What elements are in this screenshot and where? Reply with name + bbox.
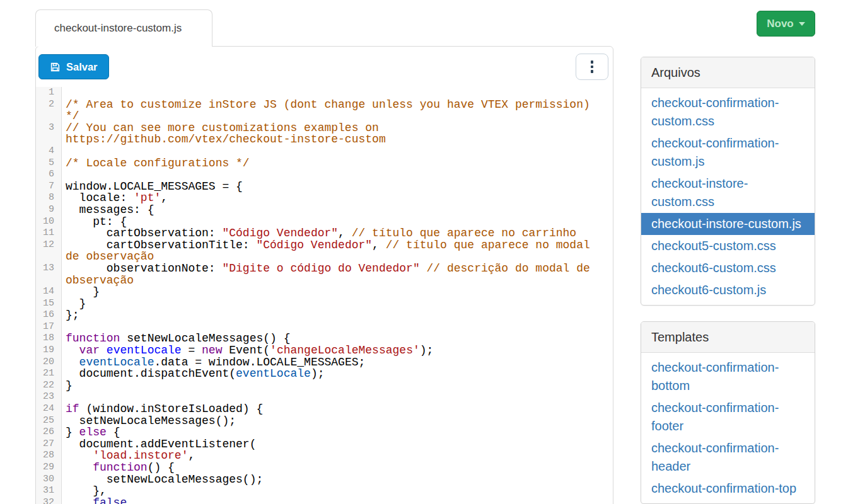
code-token: , — [338, 227, 352, 239]
code-text[interactable] — [62, 146, 599, 158]
code-text[interactable]: setNewLocaleMessages(); — [62, 415, 599, 427]
template-link[interactable]: checkout-confirmation-footer — [651, 399, 804, 435]
templates-panel-title: Templates — [641, 322, 815, 353]
code-text[interactable]: eventLocale.data = window.LOCALE_MESSAGE… — [62, 357, 599, 369]
file-link[interactable]: checkout5-custom.css — [651, 237, 804, 255]
templates-list: checkout-confirmation-bottomcheckout-con… — [641, 353, 815, 503]
code-text[interactable]: window.LOCALE_MESSAGES = { — [62, 181, 599, 193]
code-text[interactable] — [62, 391, 599, 403]
line-number: 14 — [36, 286, 62, 298]
code-token: } — [66, 426, 79, 438]
code-line: 14 } — [36, 286, 613, 298]
code-text[interactable]: observationNote: "Digite o código do Ven… — [62, 263, 599, 286]
code-text[interactable]: } — [62, 298, 599, 310]
code-text[interactable]: false — [62, 497, 599, 504]
save-button[interactable]: Salvar — [38, 54, 109, 79]
code-line: 26} else { — [36, 427, 613, 438]
line-number: 12 — [36, 239, 62, 263]
code-token: if — [66, 403, 79, 415]
line-number: 26 — [36, 427, 62, 438]
file-link[interactable]: checkout-instore-custom.css — [651, 175, 804, 211]
code-token: "Código Vendedor" — [222, 227, 338, 239]
code-line: 21 document.dispatchEvent(eventLocale); — [36, 368, 613, 380]
code-text[interactable]: cartObservation: "Código Vendedor", // t… — [62, 227, 599, 239]
code-token: .data = window.LOCALE_MESSAGES; — [154, 356, 365, 369]
code-text[interactable]: 'load.instore', — [62, 450, 599, 462]
novo-button-label: Novo — [767, 18, 794, 30]
code-editor[interactable]: 12/* Area to customize inStore JS (dont … — [36, 87, 613, 504]
code-text[interactable]: var eventLocale = new Event('changeLocal… — [62, 345, 599, 357]
editor-toolbar: Salvar — [36, 47, 613, 87]
code-line: 32 false — [36, 497, 613, 504]
code-text[interactable]: function() { — [62, 462, 599, 474]
code-text[interactable]: setNewLocaleMessages(); — [62, 474, 599, 486]
code-text[interactable]: cartObservationTitle: "Código Vendedor",… — [62, 239, 599, 263]
templates-panel: Templates checkout-confirmation-bottomch… — [641, 321, 815, 504]
file-link[interactable]: checkout-instore-custom.js — [651, 215, 804, 233]
code-text[interactable] — [62, 169, 599, 181]
code-text[interactable]: /* Area to customize inStore JS (dont ch… — [62, 99, 599, 122]
code-token: "Código Vendedor" — [256, 239, 372, 251]
line-number: 32 — [36, 497, 62, 504]
code-text[interactable]: /* Locale configurations */ — [62, 158, 599, 169]
code-token: 'load.instore' — [93, 449, 188, 462]
file-link[interactable]: checkout-confirmation-custom.js — [651, 134, 804, 171]
line-number: 9 — [36, 204, 62, 216]
file-link[interactable]: checkout6-custom.js — [651, 281, 804, 299]
code-line: 23 — [36, 391, 613, 403]
code-token: } — [66, 297, 86, 310]
code-line: 17 — [36, 321, 613, 333]
novo-button[interactable]: Novo — [757, 11, 815, 37]
template-item: checkout-confirmation-footer — [641, 397, 815, 437]
code-token: , — [188, 449, 195, 462]
code-text[interactable]: locale: 'pt', — [62, 192, 599, 204]
code-text[interactable]: if (window.inStoreIsLoaded) { — [62, 403, 599, 415]
code-text[interactable]: // You can see more customizations examp… — [62, 122, 599, 146]
code-text[interactable]: function setNewLocaleMessages() { — [62, 333, 599, 345]
code-line: 30 setNewLocaleMessages(); — [36, 474, 613, 486]
code-text[interactable]: } — [62, 286, 599, 298]
code-text[interactable]: document.addEventListener( — [62, 438, 599, 450]
code-token: setNewLocaleMessages() { — [120, 332, 290, 345]
line-number: 8 — [36, 192, 62, 204]
line-number: 1 — [36, 87, 62, 99]
line-number: 6 — [36, 169, 62, 181]
template-link[interactable]: checkout-confirmation-bottom — [651, 358, 804, 395]
code-text[interactable]: } — [62, 380, 599, 392]
line-number: 31 — [36, 485, 62, 497]
kebab-menu-icon — [591, 60, 594, 73]
file-link[interactable]: checkout6-custom.css — [651, 259, 804, 277]
code-line: 31 }, — [36, 485, 613, 497]
code-token: cartObservation: — [66, 227, 222, 239]
code-text[interactable]: messages: { — [62, 204, 599, 216]
editor-panel: Salvar 12/* Area to customize inStore JS… — [35, 46, 613, 504]
code-token: } — [66, 285, 100, 298]
code-token: cartObservationTitle: — [66, 239, 256, 251]
code-token: /* Locale configurations */ — [66, 157, 250, 169]
code-token: // You can see more customizations examp… — [66, 122, 386, 146]
file-link[interactable]: checkout-confirmation-custom.css — [651, 94, 804, 130]
template-link[interactable]: checkout-confirmation-header — [651, 439, 804, 476]
code-line: 11 cartObservation: "Código Vendedor", /… — [36, 227, 613, 239]
code-text[interactable] — [62, 87, 599, 99]
code-token — [66, 461, 93, 474]
code-line: 18function setNewLocaleMessages() { — [36, 333, 613, 345]
file-tab[interactable]: checkout-instore-custom.js — [35, 9, 212, 47]
code-text[interactable]: }, — [62, 485, 599, 497]
template-link[interactable]: checkout-confirmation-top — [651, 479, 804, 498]
code-text[interactable] — [62, 321, 599, 333]
template-item: checkout-confirmation-top — [641, 478, 815, 500]
file-tab-label: checkout-instore-custom.js — [54, 22, 182, 35]
line-number: 16 — [36, 309, 62, 321]
code-text[interactable]: pt: { — [62, 216, 599, 228]
code-text[interactable]: }; — [62, 309, 599, 321]
code-token: Event( — [222, 344, 270, 357]
files-panel: Arquivos checkout-confirmation-custom.cs… — [641, 57, 815, 306]
code-token: new — [202, 344, 222, 357]
code-line: 9 messages: { — [36, 204, 613, 216]
more-options-button[interactable] — [576, 54, 608, 80]
code-text[interactable]: } else { — [62, 427, 599, 438]
code-text[interactable]: document.dispatchEvent(eventLocale); — [62, 368, 599, 380]
code-token: 'changeLocaleMessages' — [270, 344, 420, 357]
file-item: checkout-confirmation-custom.css — [641, 92, 815, 132]
